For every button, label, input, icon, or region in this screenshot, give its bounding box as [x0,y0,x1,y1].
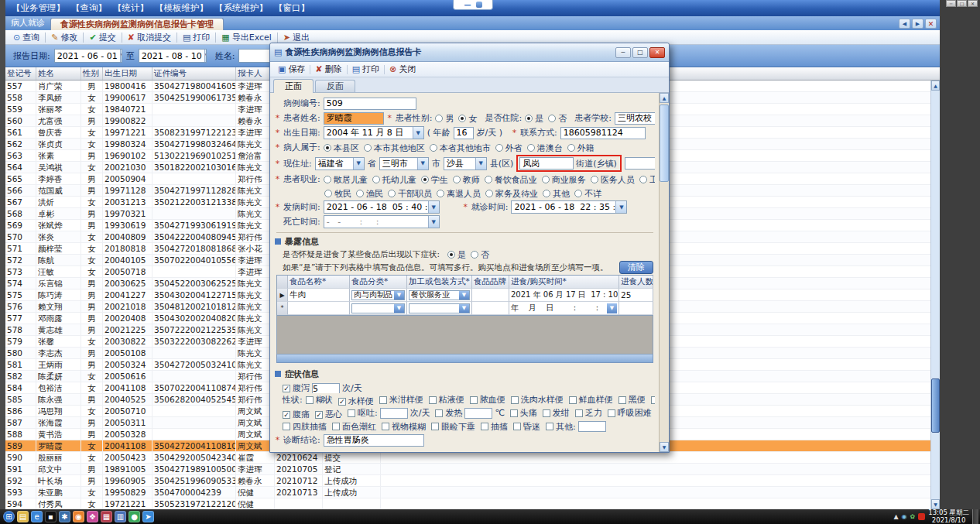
start-button-icon[interactable]: ⊞ [3,511,15,522]
dialog-maximize-button[interactable]: □ [632,47,648,58]
radio-option[interactable]: 家务及待业 [485,188,538,200]
food-table-cell[interactable]: 肉与肉制品▼ [350,289,407,302]
tab-back[interactable]: 反面 [315,80,355,92]
food-combo-select[interactable]: ▼ [351,303,405,313]
school-input[interactable]: 三明农校 [615,112,655,125]
checkbox-option[interactable]: 四肢抽搐 [283,421,327,433]
menu-item[interactable]: 【查询】 [68,2,110,14]
city-select[interactable]: 三明市 ▼ [379,157,429,170]
table-row[interactable]: 590殷丽丽女20050423350429200504234047崔霞20210… [5,452,940,464]
checkbox-option[interactable]: 发绀 [543,407,570,419]
case-no-input[interactable]: 509 [324,98,416,110]
checkbox-option[interactable]: 粘液便 [429,394,464,406]
food-table-cell[interactable] [619,302,653,315]
village-input[interactable] [625,157,655,170]
date-from-input[interactable]: 2021 - 06 - 01 ▼ [54,49,122,63]
birth-date-picker[interactable]: 2004 年 11 月 8 日 ▼ [324,126,424,139]
table-row[interactable]: 591邱文中男19891005350427198910050017李进珲2021… [5,464,940,475]
chevron-down-icon[interactable]: ▼ [353,158,364,170]
scroll-thumb[interactable] [660,104,669,182]
taskbar-item-database-icon[interactable]: ▦ [101,511,112,522]
food-column-header[interactable]: 进食/购买时间* [509,276,619,289]
chevron-down-icon[interactable]: ▼ [417,158,428,170]
radio-option[interactable]: 离退人员 [437,188,481,200]
taskbar-item-firefox-icon[interactable]: ◉ [73,511,84,522]
food-table-cell[interactable] [472,302,509,315]
checkbox-option[interactable]: 鲜血样便 [569,394,613,406]
onset-time-picker[interactable]: 2021 - 06 - 18 05 : 40 : 00 ▼ [324,200,440,214]
food-table-cell[interactable] [288,302,350,315]
close-icon[interactable]: ✕ [968,0,978,7]
export-excel-button[interactable]: ▦导出Excel [217,31,276,44]
age-input[interactable]: 16 [454,127,474,139]
taskbar-item-folder-icon[interactable]: ▤ [17,511,29,522]
radio-option[interactable]: 否 [548,113,567,125]
column-header[interactable]: 姓名 [36,67,81,80]
maximize-icon[interactable]: □ [957,0,967,7]
chevron-down-icon[interactable]: ▼ [428,201,439,213]
radio-option[interactable]: 教师 [453,174,480,186]
diagnosis-input[interactable]: 急性胃肠炎 [324,434,424,447]
checkbox-option[interactable]: ✓水样便 [338,396,374,406]
print-button[interactable]: ▤打印 [348,63,384,75]
chevron-down-icon[interactable]: ▼ [615,201,626,213]
exit-button[interactable]: ➤退出 [279,31,314,44]
radio-option[interactable]: 学生 [421,174,448,186]
radio-option[interactable]: 本市其他地区 [364,142,425,154]
checkbox-option[interactable]: 头痛 [510,407,537,419]
chevron-down-icon[interactable]: ▼ [428,216,439,228]
checkbox-option[interactable]: 黑便 [618,394,646,406]
checkbox-option[interactable]: 洗肉水样便 [511,394,564,406]
food-combo-select[interactable]: 肉与肉制品▼ [351,290,405,300]
scroll-up-icon[interactable]: ▲ [931,80,940,91]
radio-option[interactable]: 干部职员 [388,188,432,200]
symptom-value-input[interactable] [464,408,492,419]
food-table-row[interactable]: *▼▼年 月 日 : :▼ [277,302,653,315]
tab-report-card-management[interactable]: 食源性疾病病例监测病例信息报告卡管理 [50,18,224,30]
radio-option[interactable]: 本省其他地市 [430,142,491,154]
food-table-cell[interactable]: 年 月 日 : :▼ [509,302,619,315]
contact-input[interactable]: 18605981124 [560,127,646,139]
county-select[interactable]: 沙县 ▼ [444,157,487,170]
checkbox-option[interactable]: 脓血便 [470,394,505,406]
food-table-cell[interactable]: 2021 年 06 月 17 日 17 : 10 : 00▼ [509,289,619,302]
mini-app-icon[interactable] [476,2,482,8]
date-to-input[interactable]: 2021 - 08 - 10 ▼ [139,49,207,63]
radio-option[interactable]: 男 [435,113,454,125]
town-input[interactable]: 凤岗 [519,157,574,170]
symptom-value-input[interactable] [578,421,606,432]
radio-option[interactable]: 其他 [543,188,570,200]
print-button[interactable]: ▤打印 [178,31,214,44]
taskbar-item-photos-icon[interactable]: ❖ [87,511,98,522]
edit-button[interactable]: ✎修改 [46,31,82,44]
taskbar-item-mail-icon[interactable]: ➤ [142,511,154,522]
food-table-row[interactable]: ▶牛肉肉与肉制品▼餐饮服务业▼2021 年 06 月 17 日 17 : 10 … [277,289,653,302]
minimize-icon[interactable]: — [464,2,471,9]
food-table-horizontal-scrollbar[interactable] [276,354,653,363]
symptom-value-input[interactable] [380,408,408,419]
scroll-thumb[interactable] [931,378,940,433]
checkbox-option[interactable]: 乏力 [575,407,602,419]
table-row[interactable]: 593朱亚鹏女199508293504700004239倪健20210713上传… [5,487,940,498]
tab-front[interactable]: 正面 [273,79,314,93]
checkbox-option[interactable]: 呼吸困难 [608,407,652,419]
radio-option[interactable]: 餐饮食品业 [485,174,537,186]
table-row[interactable]: 592叶长场男19960905350425199609053319赖春永2021… [5,475,940,487]
radio-option[interactable]: 是 [525,113,543,125]
taskbar-clock[interactable]: 13:05 星期二 2021/8/10 [928,509,969,524]
taskbar-item-console-icon[interactable]: ▪ [45,511,57,522]
menu-item[interactable]: 【窗口】 [271,2,313,14]
taskbar-item-ie-icon[interactable]: e [31,511,43,522]
radio-option[interactable]: 否 [471,249,489,261]
tab-nav-prev-icon[interactable]: ◀ [899,19,910,29]
minimize-icon[interactable]: ─ [946,0,956,7]
radio-option[interactable]: 不详 [574,188,601,200]
chevron-down-icon[interactable]: ▼ [120,50,122,62]
taskbar-item-browser-icon[interactable]: ● [128,511,140,522]
food-table-cell[interactable]: 牛肉 [288,289,350,302]
chevron-down-icon[interactable]: ▼ [475,158,486,170]
chevron-down-icon[interactable]: ▼ [459,291,469,300]
radio-option[interactable]: 牧民 [324,188,351,200]
radio-option[interactable]: 商业服务 [542,174,586,186]
food-combo-select[interactable]: ▼ [409,303,470,313]
